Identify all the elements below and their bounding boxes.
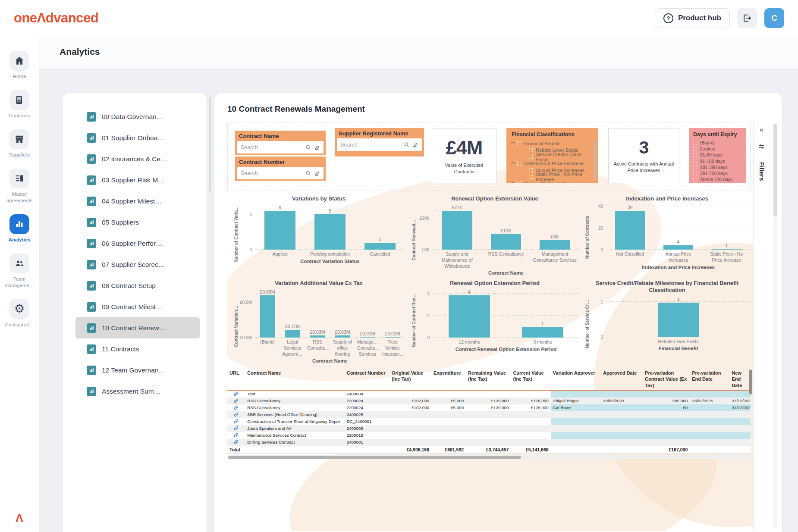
report-list-item[interactable]: 07 Supplier Scorec… — [75, 254, 200, 275]
table-row[interactable]: Jabra Speakers and AV2400006 — [227, 425, 751, 432]
bar[interactable] — [310, 335, 325, 338]
column-header[interactable]: Expenditure — [431, 369, 466, 390]
checkbox[interactable] — [693, 141, 697, 145]
column-header[interactable]: URL — [227, 369, 245, 390]
expiry-option[interactable]: 181-360 days — [693, 164, 741, 170]
report-scrollbar[interactable] — [773, 124, 777, 528]
url-link-icon[interactable] — [229, 440, 243, 444]
url-link-icon[interactable] — [229, 419, 243, 424]
expand-caret-icon[interactable] — [511, 162, 515, 165]
report-list-item[interactable]: 04 Supplier Milest… — [75, 191, 200, 212]
table-row[interactable]: Construction of Transfer Shed at Kingswa… — [227, 418, 751, 425]
bar[interactable] — [264, 211, 295, 250]
report-list-item[interactable]: 08 Contract Setup — [75, 275, 200, 296]
checkbox[interactable] — [529, 148, 533, 152]
sidebar-item-configurati[interactable]: ⚙Configurati… — [0, 299, 39, 328]
checkbox[interactable] — [693, 165, 697, 169]
report-list-item[interactable]: 00 Data Governan… — [75, 106, 200, 127]
checkbox[interactable] — [517, 182, 521, 183]
classification-tree-item[interactable]: Service Credits Claim Exists — [523, 153, 593, 160]
classification-tree-item[interactable]: Financial Benefit — [512, 140, 593, 147]
column-header[interactable]: New End Date — [729, 369, 751, 390]
sidebar-item-analytics[interactable]: Analytics — [0, 214, 39, 243]
column-header[interactable]: Contract Number — [345, 369, 390, 390]
table-row[interactable]: Test2400004 — [227, 390, 751, 397]
column-header[interactable]: Remaining Value (Inc Tax) — [466, 369, 511, 390]
scrollbar-thumb[interactable] — [228, 456, 521, 459]
sidebar-item-home[interactable]: Home — [0, 51, 39, 80]
report-list-item[interactable]: Assessment Sum… — [75, 381, 200, 402]
checkbox[interactable] — [529, 175, 533, 179]
bar[interactable] — [335, 335, 350, 338]
report-list-item[interactable]: 09 Contract Milest… — [75, 296, 200, 317]
report-list-item[interactable]: 02 Insurances & Ce… — [75, 148, 200, 169]
url-link-icon[interactable] — [229, 426, 243, 431]
bar[interactable] — [522, 327, 563, 338]
expiry-option[interactable]: 361-720 days — [693, 170, 741, 176]
url-link-icon[interactable] — [229, 412, 243, 417]
report-list-item[interactable]: 01 Supplier Onboa… — [75, 127, 200, 148]
bar[interactable] — [712, 249, 741, 250]
report-list-item[interactable]: 10 Contract Renew… — [75, 317, 200, 338]
report-list-scrollbar[interactable] — [209, 97, 211, 192]
filter-settings-icon[interactable] — [758, 144, 765, 152]
checkbox[interactable] — [529, 168, 533, 172]
url-link-icon[interactable] — [229, 433, 243, 438]
expiry-option[interactable]: 31-90 days — [693, 152, 741, 158]
bar[interactable] — [260, 295, 275, 338]
checkbox[interactable] — [693, 178, 697, 182]
bar[interactable] — [663, 245, 693, 250]
checkbox[interactable] — [517, 162, 521, 166]
column-header[interactable]: Variation Approver — [551, 369, 601, 390]
sidebar-item-suppliers[interactable]: Suppliers — [0, 129, 39, 158]
bar[interactable] — [658, 303, 699, 337]
table-horizontal-scrollbar[interactable] — [227, 455, 751, 459]
bar[interactable] — [540, 240, 570, 250]
column-header[interactable]: Pre-variation End Date — [690, 369, 729, 390]
report-list-item[interactable]: 05 Suppliers — [75, 212, 200, 233]
checkbox[interactable] — [693, 159, 697, 163]
bar[interactable] — [491, 234, 521, 250]
column-header[interactable]: Approved Date — [601, 369, 643, 390]
url-link-icon[interactable] — [229, 405, 243, 410]
bar[interactable] — [449, 295, 490, 338]
column-header[interactable]: Original Value (Inc Tax) — [390, 369, 431, 390]
contract-name-input[interactable] — [241, 144, 302, 150]
sidebar-item-contracts[interactable]: Contracts — [0, 90, 39, 119]
bar[interactable] — [360, 337, 375, 338]
expiry-option[interactable]: (Blank) — [693, 140, 741, 146]
expiry-option[interactable]: 91-180 days — [693, 158, 741, 164]
table-vertical-scrollbar[interactable] — [749, 369, 752, 394]
report-list-item[interactable]: 12 Team Governan… — [75, 360, 200, 381]
url-link-icon[interactable] — [229, 391, 243, 396]
financial-classifications-scrollbar[interactable] — [594, 140, 597, 179]
table-row[interactable]: SBR Services (Head Office Cleaning)24000… — [227, 411, 751, 418]
checkbox[interactable] — [693, 172, 697, 175]
eraser-icon[interactable] — [412, 142, 418, 148]
checkbox[interactable] — [693, 153, 697, 157]
table-row[interactable]: Drilling Services Contract2400001 — [227, 439, 751, 446]
table-row[interactable]: RSS Consultancy2200024£102,000£5,000£120… — [227, 397, 751, 404]
user-avatar[interactable]: C — [764, 8, 784, 28]
sidebar-item-master-agreements[interactable]: Master agreements — [0, 169, 39, 204]
checkbox[interactable] — [693, 147, 697, 151]
classification-tree-item[interactable]: Static Price - No Price Increase — [523, 174, 593, 181]
column-header[interactable]: Contract Name — [245, 369, 344, 390]
expiry-option[interactable]: Above 720 days — [693, 176, 741, 182]
report-list-item[interactable]: 03 Supplier Risk M… — [75, 169, 200, 191]
classification-tree-item[interactable]: Indexation & Price Increases — [512, 160, 593, 167]
column-header[interactable]: Pre-variation Contract Value (Ex Tax) — [643, 369, 690, 390]
expand-caret-icon[interactable] — [511, 182, 515, 183]
product-hub-button[interactable]: ? Product hub — [655, 8, 730, 28]
table-row[interactable]: Maintenance Services Contract2200018 — [227, 432, 751, 439]
bar[interactable] — [364, 243, 396, 250]
table-row[interactable]: RSS Consultancy2200024£102,000£5,000£120… — [227, 404, 751, 411]
bar[interactable] — [385, 337, 400, 338]
sign-out-button[interactable] — [737, 8, 757, 28]
contract-number-input[interactable] — [241, 170, 302, 176]
bar[interactable] — [285, 330, 300, 338]
eraser-icon[interactable] — [314, 144, 320, 150]
bar[interactable] — [314, 214, 346, 250]
bar[interactable] — [442, 211, 472, 250]
sidebar-item-team-manageme[interactable]: Team manageme… — [0, 253, 39, 289]
